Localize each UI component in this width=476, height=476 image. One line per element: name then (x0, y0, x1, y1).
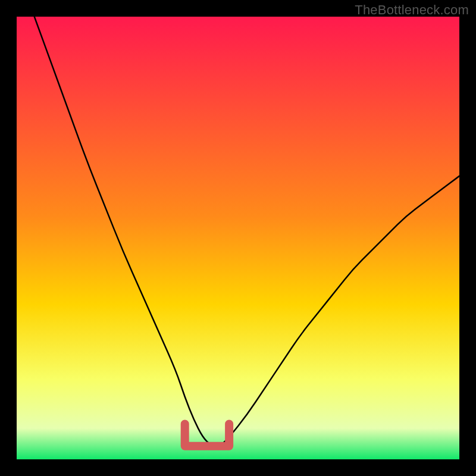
watermark-text: TheBottleneck.com (355, 2, 469, 18)
chart-svg (17, 17, 459, 459)
plot-area (17, 17, 459, 459)
chart-frame: TheBottleneck.com (0, 0, 476, 476)
gradient-background (17, 17, 459, 459)
